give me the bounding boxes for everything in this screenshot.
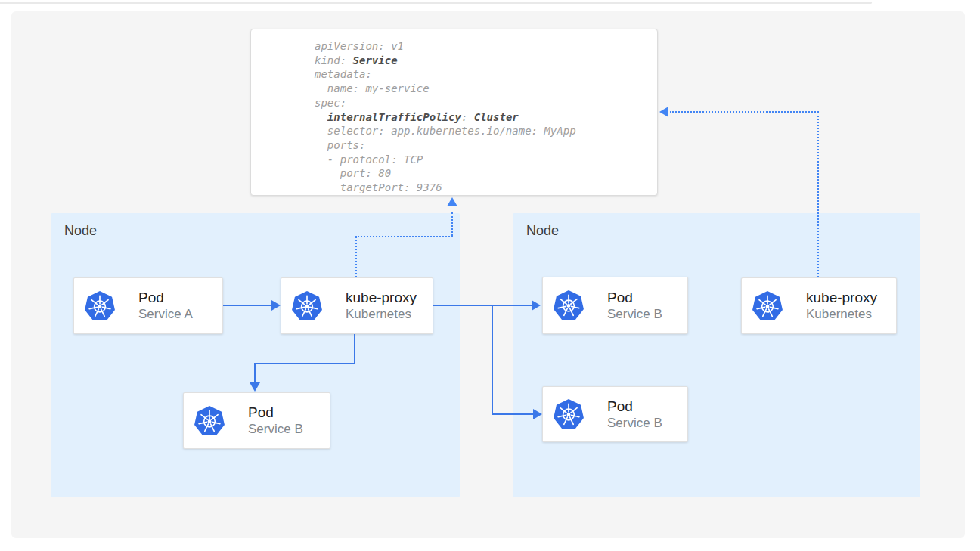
- kubernetes-icon: [84, 290, 116, 322]
- dotted-left-kube-proxy-v2: [451, 212, 453, 236]
- node-left-box: Node Pod Service A: [51, 213, 460, 497]
- card-title: Pod: [607, 398, 662, 415]
- kubernetes-icon: [752, 290, 783, 322]
- arrow-kube-proxy-to-pod-b-right-top-line: [433, 305, 533, 306]
- card-subtitle: Service B: [248, 421, 303, 438]
- node-left-label: Node: [64, 223, 97, 239]
- dotted-left-kube-proxy-v1: [355, 237, 357, 277]
- card-subtitle: Service B: [607, 415, 662, 432]
- card-subtitle: Service B: [607, 306, 662, 323]
- dotted-left-arrow-up-head: [447, 197, 457, 206]
- dotted-right-kube-proxy-h: [670, 111, 819, 113]
- top-divider: [0, 2, 872, 4]
- card-subtitle: Kubernetes: [806, 306, 877, 323]
- card-pod-service-b-left: Pod Service B: [183, 392, 330, 449]
- card-subtitle: Kubernetes: [346, 306, 417, 323]
- arrow-pod-a-to-kube-proxy-line: [223, 305, 274, 306]
- node-right-box: Node Pod Service B: [513, 213, 920, 497]
- card-title: kube-proxy: [806, 289, 877, 306]
- arrow-kube-proxy-to-pod-b-right-bottom-h: [492, 413, 535, 415]
- arrow-kube-proxy-to-pod-b-left-h: [254, 363, 355, 364]
- arrow-kube-proxy-to-pod-b-right-bottom-v: [492, 305, 493, 415]
- kubernetes-icon: [553, 398, 585, 430]
- card-pod-service-b-right-bottom: Pod Service B: [542, 386, 688, 442]
- kubernetes-icon: [553, 289, 585, 321]
- arrow-kube-proxy-to-pod-b-left-head: [250, 382, 260, 392]
- card-subtitle: Service A: [138, 306, 193, 323]
- card-pod-service-b-right-top: Pod Service B: [542, 277, 688, 334]
- card-kube-proxy-left: kube-proxy Kubernetes: [281, 277, 433, 334]
- node-right-label: Node: [526, 223, 559, 239]
- card-title: Pod: [248, 404, 303, 421]
- card-pod-service-a: Pod Service A: [73, 277, 223, 334]
- dotted-right-arrow-left-head: [659, 107, 668, 117]
- arrow-pod-a-to-kube-proxy-head: [271, 300, 281, 311]
- card-kube-proxy-right: kube-proxy Kubernetes: [741, 277, 897, 334]
- card-title: kube-proxy: [346, 289, 417, 306]
- arrow-kube-proxy-to-pod-b-left-v1: [354, 334, 355, 364]
- arrow-kube-proxy-to-pod-b-right-bottom-head: [533, 409, 542, 419]
- card-title: Pod: [607, 289, 662, 306]
- service-yaml-card: apiVersion: v1kind: Servicemetadata: nam…: [250, 29, 658, 196]
- dotted-left-kube-proxy-h: [355, 236, 453, 237]
- yaml-code: apiVersion: v1kind: Servicemetadata: nam…: [315, 39, 576, 195]
- card-title: Pod: [138, 289, 193, 306]
- dotted-right-kube-proxy-v: [817, 112, 819, 277]
- arrow-kube-proxy-to-pod-b-right-top-head: [532, 300, 541, 311]
- arrow-kube-proxy-to-pod-b-left-v2: [254, 363, 256, 384]
- diagram-canvas: apiVersion: v1kind: Servicemetadata: nam…: [0, 0, 980, 551]
- kubernetes-icon: [291, 290, 323, 322]
- kubernetes-icon: [194, 405, 225, 437]
